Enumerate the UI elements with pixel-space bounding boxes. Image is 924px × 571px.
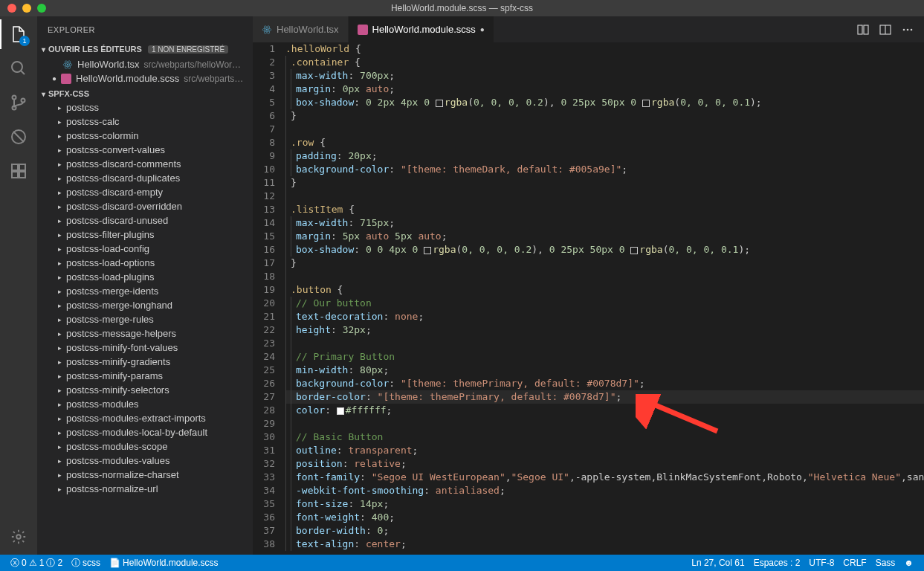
code-line[interactable]: border-color: "[theme: themePrimary, def… bbox=[285, 390, 924, 404]
svg-rect-7 bbox=[12, 164, 18, 170]
code-line[interactable]: outline: transparent; bbox=[285, 444, 924, 457]
folder-name: postcss-normalize-url bbox=[66, 483, 158, 494]
tree-folder[interactable]: ▸postcss-minify-selectors bbox=[37, 383, 253, 397]
code-line[interactable]: // Primary Button bbox=[285, 350, 924, 364]
code-line[interactable]: box-shadow: 0 0 4px 0 rgba(0, 0, 0, 0.2)… bbox=[285, 243, 924, 257]
code-line[interactable] bbox=[285, 190, 924, 203]
tree-folder[interactable]: ▸postcss-discard-unused bbox=[37, 213, 253, 228]
tree-folder[interactable]: ▸postcss-discard-comments bbox=[37, 157, 253, 171]
code-line[interactable]: // Basic Button bbox=[285, 430, 924, 444]
tree-folder[interactable]: ▸postcss-modules-scope bbox=[37, 439, 253, 454]
status-encoding[interactable]: UTF-8 bbox=[804, 558, 839, 568]
tree-folder[interactable]: ▸postcss-modules bbox=[37, 397, 253, 411]
source-control-icon[interactable] bbox=[10, 94, 28, 112]
editor-tab[interactable]: HelloWorld.module.scss● bbox=[349, 16, 494, 42]
tree-folder[interactable]: ▸postcss-normalize-charset bbox=[37, 468, 253, 482]
split-editor-icon[interactable] bbox=[879, 24, 891, 36]
compare-changes-icon[interactable] bbox=[857, 24, 869, 36]
tree-folder[interactable]: ▸postcss-merge-rules bbox=[37, 312, 253, 326]
code-line[interactable]: color: #ffffff; bbox=[285, 404, 924, 417]
code-line[interactable] bbox=[285, 417, 924, 430]
status-eol[interactable]: CRLF bbox=[839, 558, 870, 568]
tree-folder[interactable]: ▸postcss-load-options bbox=[37, 256, 253, 270]
code-line[interactable]: max-width: 715px; bbox=[285, 216, 924, 230]
code-line[interactable]: // Our button bbox=[285, 297, 924, 310]
open-editor-item[interactable]: HelloWorld.tsxsrc/webparts/helloWor… bbox=[37, 57, 253, 71]
tree-folder[interactable]: ▸postcss-discard-duplicates bbox=[37, 171, 253, 185]
code-line[interactable]: font-size: 14px; bbox=[285, 497, 924, 511]
status-feedback-icon[interactable]: ☻ bbox=[899, 558, 918, 568]
tree-folder[interactable]: ▸postcss-filter-plugins bbox=[37, 228, 253, 242]
tree-folder[interactable]: ▸postcss-load-plugins bbox=[37, 270, 253, 284]
code-line[interactable]: text-align: center; bbox=[285, 538, 924, 551]
code-line[interactable]: border-width: 0; bbox=[285, 524, 924, 538]
maximize-window-button[interactable] bbox=[37, 4, 46, 13]
code-line[interactable] bbox=[285, 270, 924, 283]
tree-folder[interactable]: ▸postcss-modules-local-by-default bbox=[37, 425, 253, 439]
editor-tab[interactable]: HelloWorld.tsx bbox=[253, 16, 349, 42]
status-lang[interactable]: Sass bbox=[871, 558, 900, 568]
code-line[interactable]: } bbox=[285, 109, 924, 123]
status-errors[interactable]: ⓧ0⚠1ⓘ2 bbox=[6, 557, 67, 570]
code-line[interactable]: margin: 0px auto; bbox=[285, 83, 924, 96]
tree-folder[interactable]: ▸postcss-modules-extract-imports bbox=[37, 411, 253, 425]
folder-name: postcss-minify-font-values bbox=[66, 342, 178, 353]
code-line[interactable]: box-shadow: 0 2px 4px 0 rgba(0, 0, 0, 0.… bbox=[285, 96, 924, 109]
code-line[interactable]: position: relative; bbox=[285, 457, 924, 471]
status-file[interactable]: 📄HelloWorld.module.scss bbox=[105, 558, 223, 568]
tree-folder[interactable]: ▸postcss-minify-font-values bbox=[37, 341, 253, 355]
tree-folder[interactable]: ▸postcss-minify-gradients bbox=[37, 355, 253, 369]
debug-icon[interactable] bbox=[10, 128, 28, 146]
editor-area: HelloWorld.tsxHelloWorld.module.scss● 12… bbox=[253, 16, 924, 555]
tree-folder[interactable]: ▸postcss bbox=[37, 100, 253, 114]
code-line[interactable]: margin: 5px auto 5px auto; bbox=[285, 230, 924, 243]
svg-point-4 bbox=[22, 99, 25, 103]
status-lint[interactable]: ⓘscss bbox=[67, 557, 105, 570]
code-line[interactable]: font-weight: 400; bbox=[285, 511, 924, 524]
tree-folder[interactable]: ▸postcss-merge-longhand bbox=[37, 298, 253, 312]
status-cursor[interactable]: Ln 27, Col 61 bbox=[687, 558, 749, 568]
code-line[interactable]: .listItem { bbox=[285, 203, 924, 216]
tree-folder[interactable]: ▸postcss-convert-values bbox=[37, 143, 253, 157]
close-window-button[interactable] bbox=[7, 4, 16, 13]
code-line[interactable]: background-color: "[theme: themeDark, de… bbox=[285, 163, 924, 176]
chevron-right-icon: ▸ bbox=[58, 245, 62, 253]
code-line[interactable] bbox=[285, 123, 924, 136]
tree-folder[interactable]: ▸postcss-normalize-url bbox=[37, 482, 253, 496]
code-line[interactable]: text-decoration: none; bbox=[285, 310, 924, 323]
code-line[interactable] bbox=[285, 337, 924, 350]
code-line[interactable]: height: 32px; bbox=[285, 323, 924, 337]
tree-folder[interactable]: ▸postcss-discard-empty bbox=[37, 185, 253, 199]
search-icon[interactable] bbox=[10, 59, 28, 77]
tree-folder[interactable]: ▸postcss-modules-values bbox=[37, 454, 253, 468]
code-line[interactable]: .row { bbox=[285, 136, 924, 149]
code-line[interactable]: .button { bbox=[285, 283, 924, 297]
tree-folder[interactable]: ▸postcss-colormin bbox=[37, 129, 253, 143]
open-editors-section[interactable]: ▾ OUVRIR LES ÉDITEURS 1 NON ENREGISTRÉ bbox=[37, 42, 253, 56]
open-editor-item[interactable]: HelloWorld.module.scsssrc/webparts… bbox=[37, 71, 253, 86]
tree-folder[interactable]: ▸postcss-minify-params bbox=[37, 369, 253, 383]
code-line[interactable]: background-color: "[theme: themePrimary,… bbox=[285, 377, 924, 390]
tree-folder[interactable]: ▸postcss-discard-overridden bbox=[37, 199, 253, 213]
status-spaces[interactable]: Espaces : 2 bbox=[749, 558, 805, 568]
code-line[interactable]: .container { bbox=[285, 56, 924, 69]
tree-folder[interactable]: ▸postcss-calc bbox=[37, 114, 253, 129]
code-line[interactable]: } bbox=[285, 257, 924, 270]
code-line[interactable]: } bbox=[285, 176, 924, 190]
code-line[interactable]: -webkit-font-smoothing: antialiased; bbox=[285, 484, 924, 497]
code-line[interactable]: min-width: 80px; bbox=[285, 364, 924, 377]
code-line[interactable]: max-width: 700px; bbox=[285, 69, 924, 83]
more-actions-icon[interactable] bbox=[902, 24, 914, 36]
code-line[interactable]: .helloWorld { bbox=[285, 42, 924, 56]
code-editor[interactable]: 1234567891011121314151617181920212223242… bbox=[253, 42, 924, 555]
code-line[interactable]: font-family: "Segoe UI WestEuropean","Se… bbox=[285, 471, 924, 484]
minimize-window-button[interactable] bbox=[22, 4, 31, 13]
extensions-icon[interactable] bbox=[10, 162, 28, 180]
tree-folder[interactable]: ▸postcss-message-helpers bbox=[37, 326, 253, 341]
tree-folder[interactable]: ▸postcss-merge-idents bbox=[37, 284, 253, 298]
project-section[interactable]: ▾ SPFX-CSS bbox=[37, 87, 253, 100]
code-line[interactable]: padding: 20px; bbox=[285, 149, 924, 163]
settings-gear-icon[interactable] bbox=[10, 528, 28, 546]
folder-name: postcss-normalize-charset bbox=[66, 469, 179, 480]
tree-folder[interactable]: ▸postcss-load-config bbox=[37, 242, 253, 256]
